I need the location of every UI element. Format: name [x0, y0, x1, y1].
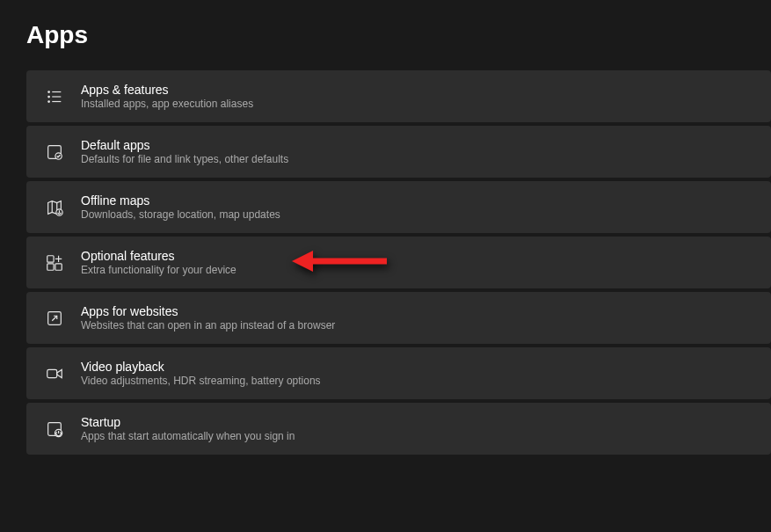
card-title: Offline maps: [81, 193, 280, 208]
card-desc: Extra functionality for your device: [81, 264, 236, 276]
startup-item[interactable]: Startup Apps that start automatically wh…: [26, 403, 771, 455]
svg-point-0: [47, 91, 50, 93]
apps-for-websites-icon: [44, 308, 65, 329]
card-desc: Defaults for file and link types, other …: [81, 153, 288, 165]
offline-maps-item[interactable]: Offline maps Downloads, storage location…: [26, 181, 771, 233]
card-title: Apps for websites: [81, 304, 335, 318]
apps-settings-list: Apps & features Installed apps, app exec…: [0, 63, 771, 455]
svg-rect-14: [47, 255, 54, 261]
apps-and-features-icon: [44, 86, 65, 107]
svg-line-22: [52, 316, 57, 321]
optional-features-icon: [44, 252, 65, 273]
card-desc: Downloads, storage location, map updates: [81, 208, 280, 221]
video-playback-item[interactable]: Video playback Video adjustments, HDR st…: [26, 347, 771, 399]
card-desc: Apps that start automatically when you s…: [81, 430, 295, 442]
optional-features-item[interactable]: Optional features Extra functionality fo…: [26, 237, 771, 288]
offline-maps-icon: [44, 197, 65, 218]
apps-and-features-item[interactable]: Apps & features Installed apps, app exec…: [26, 70, 771, 122]
card-title: Optional features: [81, 249, 236, 263]
startup-icon: [44, 419, 65, 440]
card-desc: Installed apps, app execution aliases: [81, 98, 253, 110]
svg-rect-16: [55, 263, 62, 269]
svg-point-4: [47, 100, 50, 103]
card-title: Apps & features: [81, 83, 253, 97]
card-title: Video playback: [81, 360, 321, 374]
svg-point-2: [47, 95, 50, 98]
svg-rect-15: [47, 263, 54, 269]
page-title: Apps: [0, 0, 771, 63]
svg-rect-23: [47, 369, 57, 377]
card-title: Startup: [81, 415, 295, 429]
default-apps-item[interactable]: Default apps Defaults for file and link …: [26, 126, 771, 178]
card-desc: Video adjustments, HDR streaming, batter…: [81, 375, 321, 387]
video-playback-icon: [44, 363, 65, 384]
card-title: Default apps: [81, 138, 288, 152]
default-apps-icon: [44, 142, 65, 163]
svg-marker-20: [292, 251, 313, 272]
card-desc: Websites that can open in an app instead…: [81, 319, 335, 332]
annotation-arrow-icon: [290, 246, 391, 280]
apps-for-websites-item[interactable]: Apps for websites Websites that can open…: [26, 292, 771, 344]
